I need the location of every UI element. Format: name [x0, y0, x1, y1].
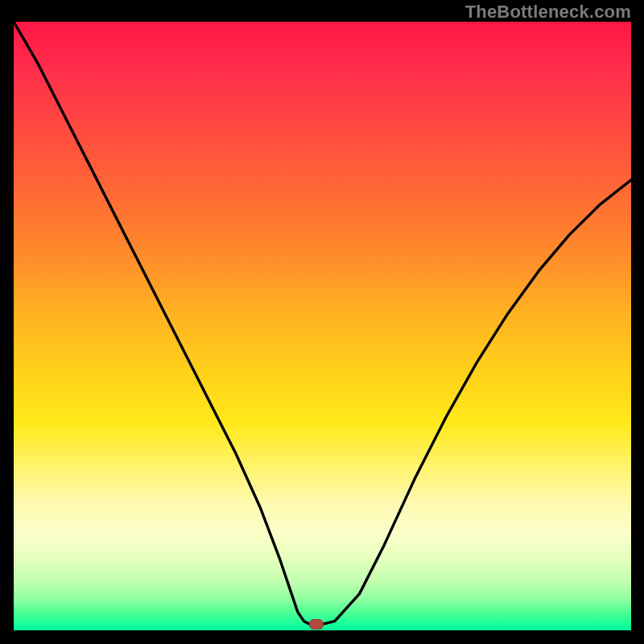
watermark-text: TheBottleneck.com	[465, 2, 631, 23]
minimum-marker	[309, 619, 324, 630]
chart-frame: TheBottleneck.com	[0, 0, 644, 644]
plot-area	[14, 22, 631, 630]
bottleneck-curve	[14, 22, 631, 630]
